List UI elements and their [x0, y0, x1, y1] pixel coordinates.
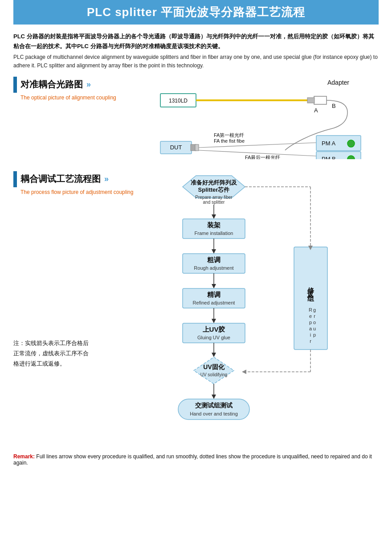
svg-text:Splitter芯件: Splitter芯件 — [198, 186, 230, 193]
intro-cn: PLC 分路器的封装是指将平面波导分路器上的各个导光通路（即波导通路）与光纤阵列… — [13, 32, 379, 51]
optical-diagram: Adapter 1310LD A B DUT — [156, 77, 392, 159]
section1-header: 对准耦合光路图 » — [13, 77, 156, 93]
section2-bar — [13, 171, 17, 187]
remark-section: Remark: Full lines arrow show every proc… — [13, 453, 379, 466]
svg-text:组: 组 — [307, 295, 314, 302]
svg-point-17 — [347, 140, 355, 147]
svg-text:修: 修 — [307, 287, 314, 294]
svg-text:o: o — [313, 320, 316, 325]
svg-marker-29 — [212, 214, 216, 219]
section2-arrows: » — [104, 174, 109, 184]
svg-marker-39 — [212, 284, 216, 288]
remark-en-text: Full lines arrow show every procedure is… — [13, 453, 372, 466]
svg-text:交测试组测试: 交测试组测试 — [195, 402, 233, 409]
svg-text:R: R — [309, 307, 312, 313]
intro-en: PLC package of multichannel device align… — [13, 53, 379, 70]
section2-title-cn: 耦合调试工艺流程图 — [20, 173, 101, 185]
svg-text:e: e — [309, 313, 312, 319]
svg-text:Prepare array fiber: Prepare array fiber — [195, 195, 233, 200]
svg-text:精调: 精调 — [207, 291, 220, 298]
svg-text:Frame installation: Frame installation — [195, 230, 233, 236]
section2-header: 耦合调试工艺流程图 » — [13, 171, 156, 187]
flowchart-diagram: 准备好光纤阵列及 Splitter芯件 Prepare array fiber … — [156, 171, 343, 448]
svg-text:1310LD: 1310LD — [169, 98, 188, 104]
remark-bold: Remark: — [13, 453, 35, 460]
section2-title-en: The process flow picture of adjustment c… — [20, 189, 156, 195]
svg-text:PM  B: PM B — [322, 156, 336, 159]
svg-text:PM  A: PM A — [322, 140, 335, 147]
svg-text:DUT: DUT — [170, 144, 182, 151]
section1-bar — [13, 77, 17, 93]
svg-text:a: a — [309, 326, 312, 331]
svg-marker-34 — [212, 249, 216, 254]
svg-text:上UV胶: 上UV胶 — [203, 325, 226, 333]
svg-text:Rough adjustment: Rough adjustment — [194, 265, 233, 271]
svg-text:p: p — [313, 332, 316, 337]
svg-text:u: u — [313, 326, 316, 331]
page-title: PLC splitter 平面光波导分路器工艺流程 — [13, 0, 379, 25]
svg-marker-54 — [212, 395, 216, 399]
svg-text:FA第一根光纤: FA第一根光纤 — [214, 132, 244, 138]
svg-text:r: r — [314, 313, 315, 319]
svg-rect-4 — [307, 98, 314, 103]
adapter-label: Adapter — [327, 79, 349, 86]
svg-text:A: A — [314, 107, 318, 114]
section1-title-en: The optical picture of alignment couplin… — [20, 95, 156, 101]
svg-text:FA最后一根光纤: FA最后一根光纤 — [245, 155, 280, 159]
svg-marker-49 — [212, 353, 216, 357]
svg-text:Refined adjustment: Refined adjustment — [193, 300, 235, 305]
svg-text:p: p — [309, 320, 312, 325]
svg-rect-3 — [314, 96, 327, 104]
svg-text:装架: 装架 — [207, 221, 220, 229]
svg-marker-78 — [242, 370, 246, 374]
svg-marker-50 — [194, 357, 234, 384]
svg-rect-10 — [195, 144, 199, 151]
svg-text:UV固化: UV固化 — [203, 363, 225, 370]
svg-text:粗调: 粗调 — [207, 256, 220, 263]
svg-text:g: g — [313, 307, 316, 313]
svg-text:i: i — [310, 332, 311, 337]
remark-en: Remark: Full lines arrow show every proc… — [13, 453, 379, 466]
remark-cn: 注：实线箭头表示工序合格后 正常流传，虚线表示工序不合 格进行返工或返修。 — [13, 338, 156, 369]
svg-text:UV solidifying: UV solidifying — [200, 372, 228, 377]
svg-text:FA the fist fibe: FA the fist fibe — [214, 138, 245, 144]
svg-text:Gluing UV glue: Gluing UV glue — [197, 335, 230, 340]
svg-text:r: r — [310, 338, 311, 344]
section1-arrows: » — [86, 80, 91, 89]
svg-text:and splitter: and splitter — [203, 200, 225, 205]
section1-title-cn: 对准耦合光路图 — [20, 78, 83, 91]
svg-text:准备好光纤阵列及: 准备好光纤阵列及 — [191, 179, 237, 186]
svg-text:B: B — [332, 103, 336, 109]
svg-marker-44 — [212, 319, 216, 323]
svg-text:Hand over and testing: Hand over and testing — [190, 411, 238, 416]
